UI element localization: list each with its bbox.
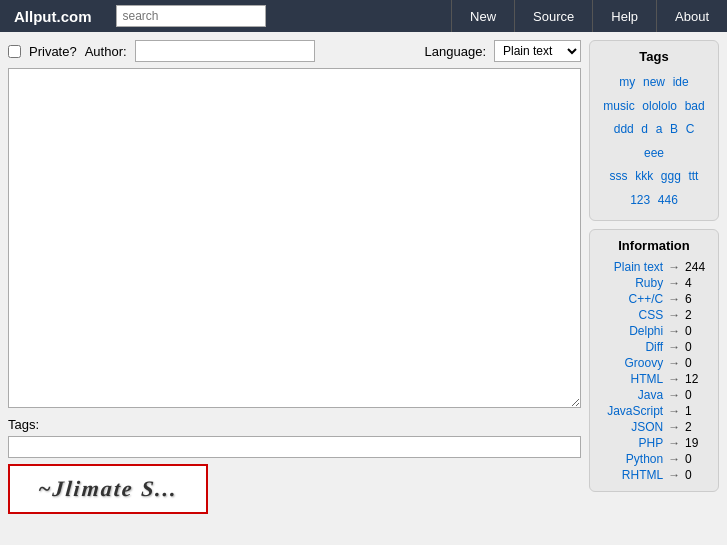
tag-a[interactable]: a [656,122,663,136]
info-arrow: → [665,387,683,403]
info-count: 0 [683,451,710,467]
info-row: Diff → 0 [598,339,710,355]
info-count: 0 [683,467,710,483]
info-arrow: → [665,339,683,355]
info-table: Plain text → 244 Ruby → 4 C++/C → 6 CSS … [598,259,710,483]
info-count: 244 [683,259,710,275]
info-lang[interactable]: RHTML [598,467,665,483]
info-lang[interactable]: CSS [598,307,665,323]
info-row: Groovy → 0 [598,355,710,371]
author-label: Author: [85,44,127,59]
language-label: Language: [425,44,486,59]
info-count: 0 [683,323,710,339]
tag-C[interactable]: C [686,122,695,136]
info-arrow: → [665,451,683,467]
info-count: 1 [683,403,710,419]
tags-box-title: Tags [598,49,710,64]
info-arrow: → [665,307,683,323]
tag-ggg[interactable]: ggg [661,169,681,183]
nav-help[interactable]: Help [592,0,656,32]
private-label: Private? [29,44,77,59]
tags-input[interactable] [8,436,581,458]
tag-ttt[interactable]: ttt [688,169,698,183]
right-sidebar: Tags my new ide music olololo bad ddd d … [589,40,719,514]
tags-cloud: my new ide music olololo bad ddd d a B C… [598,70,710,212]
tag-123[interactable]: 123 [630,193,650,207]
tag-ide[interactable]: ide [673,75,689,89]
tag-B[interactable]: B [670,122,678,136]
nav: New Source Help About [451,0,727,32]
info-arrow: → [665,323,683,339]
tag-sss[interactable]: sss [610,169,628,183]
captcha-area: ~Jlimate S... [8,464,208,514]
header: Allput.com New Source Help About [0,0,727,32]
language-select[interactable]: Plain text Ruby C++/C CSS Delphi Diff Gr… [494,40,581,62]
info-row: HTML → 12 [598,371,710,387]
info-count: 12 [683,371,710,387]
info-count: 19 [683,435,710,451]
info-row: CSS → 2 [598,307,710,323]
info-count: 2 [683,419,710,435]
info-arrow: → [665,435,683,451]
nav-source[interactable]: Source [514,0,592,32]
info-row: Python → 0 [598,451,710,467]
info-arrow: → [665,403,683,419]
tag-ddd[interactable]: ddd [614,122,634,136]
info-lang[interactable]: PHP [598,435,665,451]
tag-d[interactable]: d [641,122,648,136]
info-count: 2 [683,307,710,323]
form-row: Private? Author: Language: Plain text Ru… [8,40,581,62]
info-lang[interactable]: JSON [598,419,665,435]
info-box: Information Plain text → 244 Ruby → 4 C+… [589,229,719,492]
tag-446[interactable]: 446 [658,193,678,207]
info-arrow: → [665,259,683,275]
info-lang[interactable]: Ruby [598,275,665,291]
info-arrow: → [665,467,683,483]
main-layout: Private? Author: Language: Plain text Ru… [0,32,727,522]
info-lang[interactable]: Python [598,451,665,467]
info-row: JSON → 2 [598,419,710,435]
tag-kkk[interactable]: kkk [635,169,653,183]
info-arrow: → [665,355,683,371]
paste-textarea[interactable] [8,68,581,408]
tags-row: Tags: [8,417,581,458]
info-lang[interactable]: Diff [598,339,665,355]
info-count: 0 [683,387,710,403]
tag-eee[interactable]: eee [644,146,664,160]
tag-music[interactable]: music [603,99,634,113]
info-count: 0 [683,355,710,371]
nav-new[interactable]: New [451,0,514,32]
search-input[interactable] [116,5,266,27]
info-row: C++/C → 6 [598,291,710,307]
info-row: Plain text → 244 [598,259,710,275]
tag-bad[interactable]: bad [685,99,705,113]
tag-new[interactable]: new [643,75,665,89]
info-row: Ruby → 4 [598,275,710,291]
info-arrow: → [665,291,683,307]
info-row: JavaScript → 1 [598,403,710,419]
info-lang[interactable]: Groovy [598,355,665,371]
info-lang[interactable]: Java [598,387,665,403]
author-input[interactable] [135,40,315,62]
info-row: RHTML → 0 [598,467,710,483]
info-lang[interactable]: Plain text [598,259,665,275]
site-title: Allput.com [0,8,106,25]
info-lang[interactable]: C++/C [598,291,665,307]
captcha-text: ~Jlimate S... [37,476,179,502]
info-lang[interactable]: HTML [598,371,665,387]
info-count: 4 [683,275,710,291]
info-arrow: → [665,275,683,291]
info-lang[interactable]: JavaScript [598,403,665,419]
left-content: Private? Author: Language: Plain text Ru… [8,40,581,514]
info-arrow: → [665,419,683,435]
info-lang[interactable]: Delphi [598,323,665,339]
nav-about[interactable]: About [656,0,727,32]
tag-my[interactable]: my [619,75,635,89]
tags-label: Tags: [8,417,581,432]
info-count: 6 [683,291,710,307]
info-arrow: → [665,371,683,387]
tag-olololo[interactable]: olololo [642,99,677,113]
private-checkbox[interactable] [8,45,21,58]
info-count: 0 [683,339,710,355]
info-box-title: Information [598,238,710,253]
